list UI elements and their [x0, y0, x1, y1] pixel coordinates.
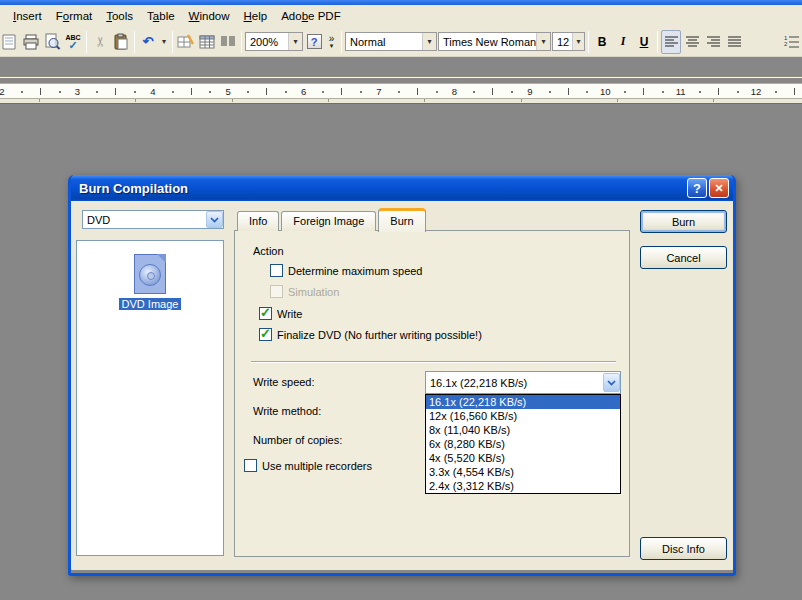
ruler-tick	[191, 88, 192, 95]
toolbar-options-icon[interactable]: »▾	[325, 30, 338, 54]
style-combo[interactable]: Normal ▾	[345, 32, 437, 51]
write-speed-value: 16.1x (22,218 KB/s)	[430, 377, 527, 389]
checkbox-row-write[interactable]: ✓Write	[259, 307, 302, 320]
justify-button[interactable]	[724, 30, 744, 54]
ruler-tick	[40, 88, 41, 95]
menu-help[interactable]: Help	[237, 7, 275, 25]
multi-recorder-checkbox-row[interactable]: Use multiple recorders	[244, 459, 372, 472]
recorder-combo-value: DVD	[87, 214, 110, 226]
tab-burn[interactable]: Burn	[378, 208, 425, 232]
write-speed-list[interactable]: 16.1x (22,218 KB/s)12x (16,560 KB/s)8x (…	[425, 394, 621, 494]
write-speed-option[interactable]: 12x (16,560 KB/s)	[426, 409, 620, 423]
dialog-body: DVD DVD Image InfoForeign ImageBurn Acti…	[71, 201, 733, 570]
compilation-item[interactable]: DVD Image	[77, 241, 223, 312]
help-icon[interactable]: ?	[304, 30, 324, 54]
checkbox-simulation[interactable]	[270, 285, 283, 298]
tab-foreign-image[interactable]: Foreign Image	[281, 211, 376, 231]
numbering-icon[interactable]: 12	[782, 30, 802, 54]
menu-insert[interactable]: Insert	[6, 7, 49, 25]
tabstop-mark	[135, 99, 136, 102]
tabstop-mark	[713, 99, 714, 102]
checkbox-row-simulation[interactable]: Simulation	[270, 285, 339, 298]
undo-dropdown-icon[interactable]: ▾	[159, 30, 169, 54]
font-combo[interactable]: Times New Roman ▾	[438, 32, 551, 51]
checkbox-write[interactable]: ✓	[259, 307, 272, 320]
print-icon[interactable]	[21, 30, 41, 54]
menu-tools[interactable]: Tools	[99, 7, 140, 25]
dialog-close-button[interactable]: ✕	[709, 178, 729, 198]
write-speed-option[interactable]: 6x (8,280 KB/s)	[426, 437, 620, 451]
size-combo[interactable]: 12 ▾	[552, 32, 585, 51]
tables-borders-icon[interactable]	[176, 30, 196, 54]
align-left-button[interactable]	[661, 30, 681, 54]
bold-button[interactable]: B	[592, 31, 612, 52]
recorder-combo-dropdown-icon[interactable]	[206, 211, 223, 228]
tabstop-mark	[521, 99, 522, 102]
font-dropdown-icon[interactable]: ▾	[536, 33, 550, 50]
columns-icon[interactable]	[218, 30, 238, 54]
write-speed-option[interactable]: 8x (11,040 KB/s)	[426, 423, 620, 437]
dialog-help-button[interactable]: ?	[687, 178, 707, 198]
paste-icon[interactable]	[111, 30, 131, 54]
style-dropdown-icon[interactable]: ▾	[422, 33, 436, 50]
italic-button[interactable]: I	[613, 31, 633, 52]
write-speed-option[interactable]: 4x (5,520 KB/s)	[426, 451, 620, 465]
checkbox-determine-maximum-speed[interactable]	[270, 264, 283, 277]
insert-table-icon[interactable]	[197, 30, 217, 54]
checkbox-finalize-dvd-no-further-writing-possible-[interactable]: ✓	[259, 328, 272, 341]
size-dropdown-icon[interactable]: ▾	[572, 33, 584, 50]
write-speed-option[interactable]: 16.1x (22,218 KB/s)	[426, 395, 620, 409]
tab-info[interactable]: Info	[237, 211, 279, 231]
disc-info-button[interactable]: Disc Info	[640, 537, 727, 560]
ruler-number: 3	[71, 86, 83, 97]
zoom-combo[interactable]: 200% ▾	[245, 32, 303, 51]
toolbar-divider	[0, 76, 802, 78]
multi-recorder-checkbox[interactable]	[244, 459, 257, 472]
ruler-tick	[492, 88, 493, 95]
burn-button[interactable]: Burn	[640, 210, 727, 233]
checkbox-row-finalize-dvd-no-further-writing-possible-[interactable]: ✓Finalize DVD (No further writing possib…	[259, 328, 482, 341]
dialog-title: Burn Compilation	[79, 181, 188, 196]
recorder-combo[interactable]: DVD	[82, 210, 224, 229]
size-value: 12	[557, 36, 569, 48]
horizontal-ruler[interactable]: 23456789101112	[0, 83, 802, 99]
ruler-tick	[586, 91, 588, 93]
ruler-tick	[360, 91, 362, 93]
tabstop-mark	[424, 99, 425, 102]
align-right-button[interactable]	[703, 30, 723, 54]
menu-format[interactable]: Format	[49, 7, 99, 25]
undo-icon[interactable]: ↶	[138, 30, 158, 54]
menu-window[interactable]: Window	[182, 7, 237, 25]
spelling-icon[interactable]: ABC ✓	[63, 30, 83, 54]
menu-table[interactable]: Table	[140, 7, 182, 25]
tab-strip: InfoForeign ImageBurn	[237, 207, 426, 231]
action-group-label: Action	[253, 245, 284, 257]
write-speed-dropdown-icon[interactable]	[603, 373, 620, 392]
menu-adobe-pdf[interactable]: Adobe PDF	[274, 7, 347, 25]
write-speed-option[interactable]: 2.4x (3,312 KB/s)	[426, 479, 620, 493]
write-speed-combo[interactable]: 16.1x (22,218 KB/s)	[425, 371, 621, 394]
svg-text:2: 2	[784, 41, 788, 47]
dialog-titlebar[interactable]: Burn Compilation ? ✕	[71, 175, 733, 201]
ruler-tick	[511, 91, 513, 93]
compilation-item-label: DVD Image	[119, 298, 182, 310]
burn-tab-panel: Action Determine maximum speedSimulation…	[234, 230, 630, 557]
write-speed-label: Write speed:	[253, 376, 315, 388]
ruler-tick	[699, 91, 701, 93]
cut-icon[interactable]: ✂	[90, 30, 110, 54]
zoom-dropdown-icon[interactable]: ▾	[288, 33, 302, 50]
cancel-button[interactable]: Cancel	[640, 246, 727, 269]
align-center-button[interactable]	[682, 30, 702, 54]
print-preview-icon[interactable]	[42, 30, 62, 54]
ruler-tick	[59, 91, 61, 93]
document-icon[interactable]	[0, 30, 20, 54]
ruler-tick	[134, 91, 136, 93]
ruler-tick	[285, 91, 287, 93]
checkbox-row-determine-maximum-speed[interactable]: Determine maximum speed	[270, 264, 423, 277]
style-value: Normal	[350, 36, 385, 48]
underline-button[interactable]: U	[634, 31, 654, 52]
write-speed-option[interactable]: 3.3x (4,554 KB/s)	[426, 465, 620, 479]
burn-compilation-dialog: Burn Compilation ? ✕ DVD DVD Image InfoF…	[68, 175, 736, 576]
separator-line	[251, 361, 616, 363]
compilation-list[interactable]: DVD Image	[76, 240, 224, 556]
